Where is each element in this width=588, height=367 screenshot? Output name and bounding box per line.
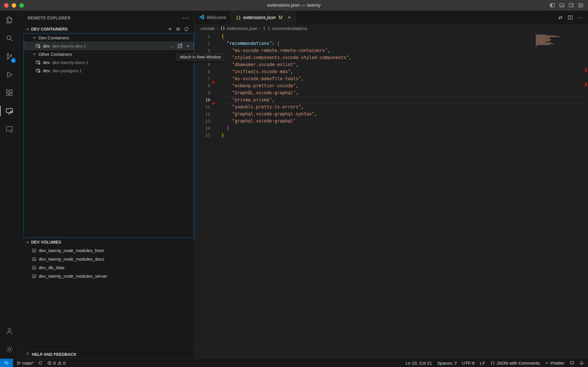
customize-layout-icon[interactable] [578, 3, 583, 8]
section-dev-containers[interactable]: DEV CONTAINERS [19, 25, 194, 33]
attach-container-button[interactable]: → [169, 43, 175, 49]
tab-extensions-json[interactable]: {} extensions.json M × [231, 11, 295, 24]
code-line[interactable]: 8 "esbenp.prettier-vscode", [194, 82, 588, 89]
code-line[interactable]: 15} [194, 132, 588, 139]
attach-new-window-button[interactable] [177, 43, 183, 49]
git-deleted-lines-marker [213, 81, 215, 84]
accounts-icon[interactable] [0, 322, 19, 340]
formatter-label: Prettier [550, 361, 564, 366]
volume-item[interactable]: dev_twenty_node_modules_front [19, 246, 194, 255]
split-editor-icon[interactable] [568, 15, 573, 20]
code-line[interactable]: 1{ [194, 33, 588, 40]
tab-welcome[interactable]: Welcome [194, 11, 231, 24]
zoom-window-button[interactable] [19, 3, 24, 8]
refresh-icon[interactable] [184, 27, 189, 31]
volume-item[interactable]: dev_twenty_node_modules_docs [19, 255, 194, 263]
indentation-status[interactable]: Spaces: 2 [437, 361, 457, 366]
section-dev-volumes[interactable]: DEV VOLUMES [19, 238, 194, 246]
status-bar: main* 0 0 Ln 10, Col 21 Spaces: 2 UTF-8 … [0, 358, 588, 367]
minimap-line [536, 38, 549, 39]
code-line[interactable]: 5 "dbaeumer.vscode-eslint", [194, 61, 588, 68]
formatter-status[interactable]: ✓ Prettier [545, 360, 564, 366]
problems-status[interactable]: 0 0 [47, 361, 66, 366]
code-line[interactable]: 3 "ms-vscode-remote.remote-containers", [194, 47, 588, 54]
tooltip-attach-in-new-window: Attach in New Window [176, 53, 224, 61]
close-tab-icon[interactable]: × [288, 15, 291, 21]
code-text: { [221, 33, 224, 40]
code-text: ] [221, 125, 229, 132]
chevron-down-icon [25, 240, 30, 244]
options-list-icon[interactable] [176, 27, 181, 31]
container-item[interactable]: devdev-twenty-dev-1→× [24, 42, 194, 50]
settings-gear-icon[interactable] [0, 340, 19, 358]
titlebar-layout-controls [550, 3, 588, 8]
git-branch-status[interactable]: main* [16, 361, 34, 366]
container-group-row[interactable]: Other Containers [24, 50, 194, 58]
toggle-secondary-sidebar-icon[interactable] [569, 3, 574, 8]
container-description: dev-twenty-dev-1 [52, 43, 86, 48]
breadcrumb-symbol[interactable]: recommendations [272, 26, 307, 31]
breadcrumb-folder[interactable]: .vscode [200, 26, 215, 31]
code-line[interactable]: 7 "ms-vscode.makefile-tools", [194, 75, 588, 82]
open-changes-icon[interactable]: ⇄ [559, 15, 562, 20]
code-text: "yoavbls.pretty-ts-errors", [221, 103, 304, 110]
sync-status[interactable] [38, 361, 43, 365]
code-line[interactable]: 11 "yoavbls.pretty-ts-errors", [194, 103, 588, 110]
code-line[interactable]: 10 "prisma.prisma", [194, 96, 588, 103]
container-item[interactable]: devdev-twenty-docs-1 [24, 58, 194, 66]
container-group-row[interactable]: Dev Containers [24, 33, 194, 42]
stop-container-button[interactable]: × [185, 43, 191, 49]
more-actions-icon[interactable]: ⋯ [183, 15, 189, 21]
container-item[interactable]: devdev-postgres-1 [24, 66, 194, 75]
toggle-panel-icon[interactable] [559, 3, 564, 8]
new-container-icon[interactable] [168, 27, 172, 31]
minimize-window-button[interactable] [12, 3, 16, 8]
feedback-icon[interactable] [570, 361, 574, 365]
minimap[interactable] [536, 34, 560, 47]
volume-icon [32, 274, 36, 279]
code-line[interactable]: 9 "GraphQL.vscode-graphql", [194, 89, 588, 96]
code-editor[interactable]: 1{2 "recommendations": [3 "ms-vscode-rem… [194, 33, 588, 358]
toggle-primary-sidebar-icon[interactable] [550, 3, 555, 8]
eol-status[interactable]: LF [480, 361, 485, 366]
chevron-down-icon [32, 35, 37, 40]
remote-indicator[interactable] [0, 359, 13, 367]
sync-icon [38, 361, 43, 365]
json-file-icon: {} [236, 15, 241, 20]
line-number: 11 [194, 103, 210, 110]
activity-run-debug-icon[interactable] [0, 66, 19, 84]
language-mode-status[interactable]: {} JSON with Comments [490, 361, 540, 366]
code-line[interactable]: 14 ] [194, 125, 588, 132]
code-line[interactable]: 13 "graphql.vscode-graphql" [194, 118, 588, 125]
encoding-status[interactable]: UTF-8 [462, 361, 475, 366]
code-line[interactable]: 2 "recommendations": [ [194, 40, 588, 47]
tab-label: extensions.json [243, 15, 275, 20]
code-line[interactable]: 12 "graphql.vscode-graphql-syntax", [194, 110, 588, 118]
close-window-button[interactable] [4, 3, 9, 8]
minimap-line [536, 43, 551, 43]
minimap-line [536, 37, 550, 38]
notifications-bell-icon[interactable] [579, 361, 584, 365]
container-description: dev-postgres-1 [52, 68, 82, 73]
line-number: 1 [194, 33, 210, 40]
more-actions-icon[interactable]: ⋯ [578, 15, 583, 20]
activity-search-icon[interactable] [0, 29, 19, 47]
cursor-position-status[interactable]: Ln 10, Col 21 [406, 361, 432, 366]
activity-source-control-icon[interactable]: 1 [0, 47, 19, 66]
activity-remote-explorer-icon[interactable] [0, 102, 19, 120]
activity-explorer-icon[interactable] [0, 11, 19, 29]
container-name: dev [43, 60, 50, 65]
code-line[interactable]: 6 "unifiedjs.vscode-mdx", [194, 68, 588, 75]
remote-explorer-sidebar: REMOTE EXPLORER ⋯ DEV CONTAINERS Dev Con… [19, 11, 194, 358]
volume-item[interactable]: dev_db_data [19, 263, 194, 272]
code-text: } [221, 132, 224, 139]
activity-containers-icon[interactable] [0, 120, 19, 138]
volume-item[interactable]: dev_twenty_node_modules_server [19, 272, 194, 280]
section-help-feedback[interactable]: HELP AND FEEDBACK [19, 350, 194, 358]
activity-extensions-icon[interactable] [0, 84, 19, 102]
check-icon: ✓ [545, 360, 549, 366]
code-line[interactable]: 4 "styled-components.vscode-styled-compo… [194, 54, 588, 61]
breadcrumb-file[interactable]: extensions.json [227, 26, 257, 31]
group-label: Dev Containers [39, 35, 69, 40]
line-number: 9 [194, 89, 210, 96]
